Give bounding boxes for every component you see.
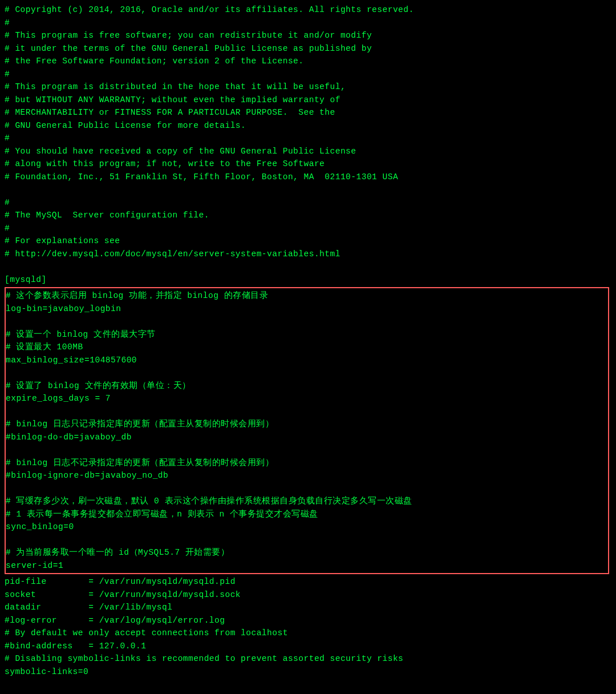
highlightLines-line: # 写缓存多少次，刷一次磁盘，默认 0 表示这个操作由操作系统根据自身负载自行决… (6, 495, 607, 508)
highlightLines-line: # 设置最大 100MB (6, 341, 607, 354)
highlightLines-line (6, 366, 607, 380)
highlightLines-line: # 设置了 binlog 文件的有效期（单位：天） (6, 380, 607, 393)
highlightLines-line: # 为当前服务取一个唯一的 id（MySQL5.7 开始需要） (6, 546, 607, 559)
highlightLines-line: # 1 表示每一条事务提交都会立即写磁盘，n 则表示 n 个事务提交才会写磁盘 (6, 508, 607, 521)
preLines-line (5, 260, 611, 273)
highlightLines-line (6, 315, 607, 328)
preLines-line: # You should have received a copy of the… (5, 145, 611, 158)
postLines-line: # Disabling symbolic-links is recommende… (5, 652, 611, 665)
preLines-line: # Foundation, Inc., 51 Franklin St, Fift… (5, 171, 611, 184)
postLines-line: socket = /var/run/mysqld/mysqld.sock (5, 588, 611, 602)
highlightLines-line: expire_logs_days = 7 (6, 392, 607, 405)
preLines-line: # Copyright (c) 2014, 2016, Oracle and/o… (5, 3, 611, 17)
postLines-line: #log-error = /var/log/mysql/error.log (5, 614, 611, 627)
preLines-line: # http://dev.mysql.com/doc/mysql/en/serv… (5, 248, 611, 261)
preLines-line: # (5, 17, 611, 30)
highlightLines-line: server-id=1 (6, 559, 607, 572)
postLines-line: pid-file = /var/run/mysqld/mysqld.pid (5, 575, 611, 588)
config-highlight-block: # 这个参数表示启用 binlog 功能，并指定 binlog 的存储目录log… (5, 287, 609, 574)
preLines-line: # GNU General Public License for more de… (5, 119, 611, 132)
highlightLines-line: #binlog-ignore-db=javaboy_no_db (6, 469, 607, 482)
preLines-line: # the Free Software Foundation; version … (5, 55, 611, 68)
preLines-line: # (5, 196, 611, 209)
preLines-line: # it under the terms of the GNU General … (5, 42, 611, 55)
highlightLines-line (6, 482, 607, 495)
highlightLines-line: # 这个参数表示启用 binlog 功能，并指定 binlog 的存储目录 (6, 289, 607, 302)
preLines-line: # MERCHANTABILITY or FITNESS FOR A PARTI… (5, 106, 611, 119)
preLines-line: # For explanations see (5, 235, 611, 248)
preLines-line: # The MySQL Server configuration file. (5, 209, 611, 222)
highlightLines-line: max_binlog_size=104857600 (6, 354, 607, 367)
highlightLines-line: # binlog 日志只记录指定库的更新（配置主从复制的时候会用到） (6, 418, 607, 431)
highlightLines-line: log-bin=javaboy_logbin (6, 302, 607, 316)
preLines-line: [mysqld] (5, 273, 611, 287)
preLines-line: # (5, 132, 611, 145)
postLines-line: datadir = /var/lib/mysql (5, 601, 611, 614)
preLines-line: # This program is free software; you can… (5, 29, 611, 42)
preLines-line: # but WITHOUT ANY WARRANTY; without even… (5, 94, 611, 107)
highlightLines-line (6, 405, 607, 418)
highlightLines-line: sync_binlog=0 (6, 520, 607, 534)
postLines-line: # By default we only accept connections … (5, 627, 611, 640)
highlightLines-line (6, 534, 607, 547)
highlightLines-line: # 设置一个 binlog 文件的最大字节 (6, 328, 607, 341)
preLines-line: # This program is distributed in the hop… (5, 80, 611, 94)
preLines-line: # (5, 222, 611, 235)
preLines-line (5, 183, 611, 196)
config-pre-block: # Copyright (c) 2014, 2016, Oracle and/o… (5, 3, 611, 286)
config-post-block: pid-file = /var/run/mysqld/mysqld.pidsoc… (5, 575, 611, 678)
postLines-line: symbolic-links=0 (5, 665, 611, 679)
preLines-line: # along with this program; if not, write… (5, 158, 611, 171)
highlightLines-line: # binlog 日志不记录指定库的更新（配置主从复制的时候会用到） (6, 457, 607, 470)
preLines-line: # (5, 68, 611, 81)
postLines-line: #bind-address = 127.0.0.1 (5, 640, 611, 653)
highlightLines-line: #binlog-do-db=javaboy_db (6, 431, 607, 444)
highlightLines-line (6, 443, 607, 457)
